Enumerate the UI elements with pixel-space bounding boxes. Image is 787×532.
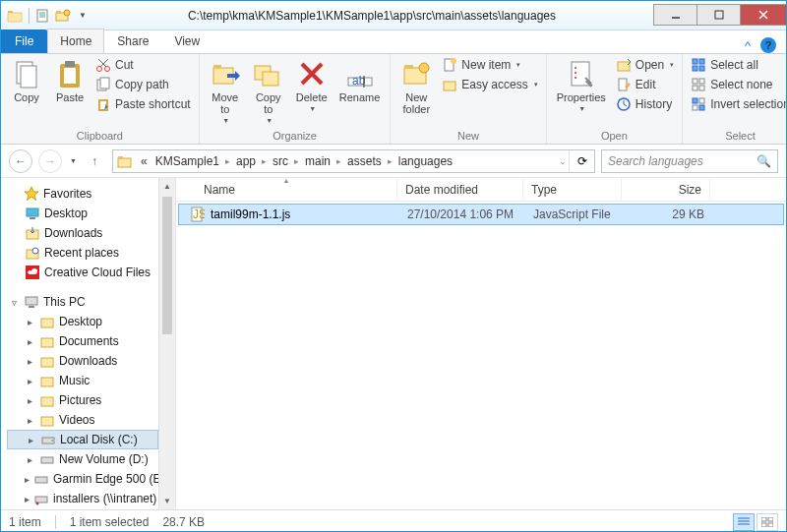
invert-selection-button[interactable]: Invert selection bbox=[689, 95, 787, 113]
open-button[interactable]: Open▾ bbox=[614, 56, 676, 74]
history-button[interactable]: History bbox=[614, 95, 676, 113]
file-size: 29 KB bbox=[624, 207, 712, 221]
cut-button[interactable]: Cut bbox=[93, 56, 193, 74]
maximize-button[interactable] bbox=[696, 4, 741, 26]
properties-button[interactable]: Properties▼ bbox=[553, 56, 610, 114]
breadcrumb-seg[interactable]: src bbox=[269, 154, 292, 168]
breadcrumb-seg[interactable]: KMSample1 bbox=[151, 154, 223, 168]
tree-item[interactable]: Creative Cloud Files bbox=[7, 263, 158, 282]
tree-item[interactable]: ▸Music bbox=[7, 371, 158, 390]
properties-icon[interactable] bbox=[35, 9, 51, 23]
minimize-button[interactable] bbox=[653, 4, 697, 26]
tree-item[interactable]: ▸data (\\fred) (S:) bbox=[7, 508, 158, 509]
breadcrumb-seg[interactable]: main bbox=[301, 154, 334, 168]
edit-icon bbox=[616, 77, 632, 92]
tree-item[interactable]: ▸Downloads bbox=[7, 351, 158, 371]
move-to-icon bbox=[210, 58, 241, 89]
help-icon[interactable]: ? bbox=[760, 37, 776, 53]
tree-item[interactable]: ▸Pictures bbox=[7, 390, 158, 410]
copy-path-button[interactable]: Copy path bbox=[93, 76, 193, 93]
back-button[interactable]: ← bbox=[9, 149, 32, 173]
scroll-up-button[interactable]: ▲ bbox=[159, 178, 175, 195]
scroll-thumb[interactable] bbox=[162, 197, 172, 334]
svg-rect-75 bbox=[41, 397, 53, 406]
tree-this-pc[interactable]: ▿This PC bbox=[7, 292, 158, 312]
tree-item[interactable]: Downloads bbox=[7, 223, 158, 243]
copy-path-icon bbox=[95, 77, 111, 92]
svg-rect-27 bbox=[213, 65, 221, 69]
column-size[interactable]: Size bbox=[622, 178, 710, 201]
rename-button[interactable]: abRename bbox=[335, 56, 385, 105]
breadcrumb-overflow[interactable]: « bbox=[137, 154, 151, 168]
tree-item[interactable]: ▸Garmin Edge 500 (E:) bbox=[7, 469, 158, 489]
column-name[interactable]: Name bbox=[176, 178, 397, 201]
forward-button[interactable]: → bbox=[38, 149, 62, 173]
edit-button[interactable]: Edit bbox=[614, 76, 676, 93]
details-view-button[interactable] bbox=[733, 513, 755, 531]
breadcrumb-seg[interactable]: assets bbox=[343, 154, 386, 168]
new-folder-button[interactable]: New folder bbox=[396, 56, 436, 117]
svg-rect-7 bbox=[56, 11, 61, 14]
tree-item[interactable]: ▸Desktop bbox=[7, 312, 158, 331]
ribbon-collapse-icon[interactable]: ^ bbox=[745, 38, 751, 53]
tab-home[interactable]: Home bbox=[47, 29, 104, 53]
tree-item[interactable]: ▸Documents bbox=[7, 331, 158, 351]
tree-item[interactable]: ▸New Volume (D:) bbox=[7, 449, 158, 469]
window-title: C:\temp\kma\KMSample1\KMSample1\app\src\… bbox=[91, 9, 653, 23]
tree-item[interactable]: ▸Videos bbox=[7, 410, 158, 430]
thumbnails-view-button[interactable] bbox=[757, 513, 778, 531]
tree-item[interactable]: Desktop bbox=[7, 204, 158, 223]
tab-share[interactable]: Share bbox=[104, 29, 161, 53]
select-none-icon bbox=[691, 77, 706, 92]
tab-view[interactable]: View bbox=[161, 29, 212, 53]
tree-item-local-disk[interactable]: ▸Local Disk (C:) bbox=[7, 430, 158, 449]
up-button[interactable]: ↑ bbox=[83, 149, 106, 173]
delete-button[interactable]: Delete▼ bbox=[292, 56, 332, 114]
history-dropdown[interactable]: ▼ bbox=[70, 157, 77, 164]
svg-rect-79 bbox=[41, 457, 53, 463]
scroll-down-button[interactable]: ▼ bbox=[159, 493, 175, 509]
tab-file[interactable]: File bbox=[1, 30, 47, 53]
drive-icon bbox=[33, 471, 49, 487]
new-folder-icon[interactable] bbox=[55, 9, 71, 23]
sidebar-scrollbar[interactable]: ▲ ▼ bbox=[158, 178, 175, 509]
close-button[interactable] bbox=[740, 4, 787, 26]
svg-point-43 bbox=[575, 72, 576, 74]
easy-access-button[interactable]: Easy access▾ bbox=[440, 76, 539, 93]
column-date[interactable]: Date modified bbox=[397, 178, 523, 201]
ribbon-group-clipboard: Copy Paste Cut Copy path Paste shortcut … bbox=[1, 54, 200, 144]
svg-point-37 bbox=[419, 63, 429, 73]
copy-button[interactable]: Copy bbox=[7, 56, 46, 105]
search-input[interactable]: Search languages 🔍 bbox=[601, 149, 778, 173]
select-none-button[interactable]: Select none bbox=[689, 76, 787, 93]
svg-rect-69 bbox=[26, 297, 37, 305]
file-row[interactable]: JStamil99m-1.1.js 27/10/2014 1:06 PM Jav… bbox=[178, 204, 784, 225]
move-to-button[interactable]: Move to▼ bbox=[206, 56, 245, 126]
tree-favorites[interactable]: Favorites bbox=[7, 184, 158, 204]
address-bar[interactable]: « KMSample1▸ app▸ src▸ main▸ assets▸ lan… bbox=[112, 149, 595, 173]
address-dropdown[interactable]: ⌄ bbox=[557, 156, 569, 166]
copy-to-button[interactable]: Copy to▼ bbox=[249, 56, 288, 126]
svg-point-67 bbox=[32, 248, 38, 254]
breadcrumb-seg[interactable]: languages bbox=[394, 154, 456, 168]
tree-item[interactable]: Recent places bbox=[7, 243, 158, 263]
open-icon bbox=[616, 57, 632, 73]
tree-item[interactable]: ▸installers (\\intranet) (I bbox=[7, 489, 158, 508]
downloads-icon bbox=[25, 225, 40, 241]
history-icon bbox=[616, 96, 632, 112]
refresh-button[interactable]: ⟳ bbox=[569, 150, 594, 172]
svg-rect-72 bbox=[41, 338, 53, 347]
column-type[interactable]: Type bbox=[523, 178, 622, 201]
new-item-button[interactable]: New item▾ bbox=[440, 56, 539, 74]
qat-dropdown[interactable]: ▼ bbox=[75, 11, 91, 20]
paste-button[interactable]: Paste bbox=[50, 56, 90, 105]
svg-rect-59 bbox=[693, 105, 697, 110]
folder-icon bbox=[39, 314, 55, 329]
paste-shortcut-button[interactable]: Paste shortcut bbox=[93, 95, 193, 113]
paste-shortcut-icon bbox=[95, 96, 111, 112]
select-all-button[interactable]: Select all bbox=[689, 56, 787, 74]
svg-rect-53 bbox=[693, 79, 697, 84]
svg-point-18 bbox=[97, 67, 102, 72]
breadcrumb-seg[interactable]: app bbox=[232, 154, 260, 168]
ribbon: Copy Paste Cut Copy path Paste shortcut … bbox=[1, 54, 786, 145]
